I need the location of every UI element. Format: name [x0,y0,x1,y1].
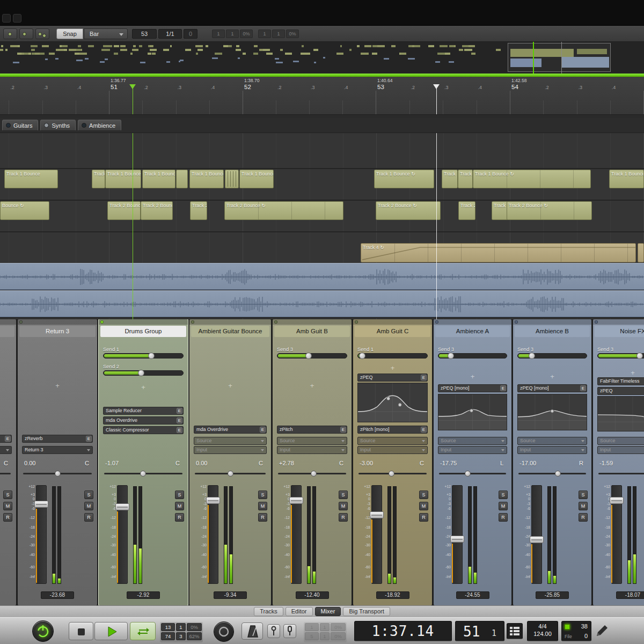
plugin-slot[interactable]: mda OverdriveE [194,426,267,434]
fader-cap[interactable] [115,503,129,510]
edit-pencil-icon[interactable] [595,624,609,638]
clip[interactable]: Track 2 Bounce ↻ [507,201,592,220]
plugin-slot[interactable]: zPitch [mono]E [357,426,428,434]
range-cell[interactable]: 1 [226,30,239,38]
pan-slider[interactable] [23,473,92,474]
loop-button[interactable] [130,622,156,640]
clip[interactable]: Bounce ↻ [0,201,49,220]
clip[interactable]: Track 1 Bounce [92,170,105,188]
arranger[interactable]: Track 1 BounceTrack 1 BounceTrack 1 Boun… [0,133,644,319]
channel-name[interactable]: Noise FX [595,326,644,337]
clip[interactable]: Track 1 Bounce [609,170,644,188]
play-button[interactable] [94,622,128,640]
tempo-display[interactable]: 4/4 124.00 [527,621,558,641]
pan-value[interactable]: -3.00 [360,460,373,466]
peak-readout[interactable]: -2.92 [127,591,160,599]
playback-tool-icon[interactable] [35,28,49,39]
plugin-slot[interactable]: Sample ReducerE [103,407,184,415]
track-group-tab-synths[interactable]: Synths [40,120,76,131]
playhead-time-display[interactable]: 1:37.14 [354,621,452,641]
io-select[interactable]: Source [438,437,507,445]
send-slider[interactable] [438,353,507,358]
add-plugin-button[interactable]: + [517,373,587,380]
channel-name[interactable]: Drums Group [100,326,186,337]
channel-strip[interactable]: Ambience ASend 3+zPEQ [mono]ESourceInput… [434,319,511,605]
panel-tab-mixer[interactable]: Mixer [315,607,341,616]
record-arm-button[interactable]: R [419,513,428,522]
fader-track[interactable] [117,485,128,584]
cursor-tool-icon[interactable] [3,28,17,39]
add-plugin-button[interactable]: + [22,382,93,390]
mute-button[interactable]: M [579,502,588,510]
add-plugin-button[interactable]: + [194,382,267,390]
plugin-slot[interactable]: zPEQ [mono]E [517,384,587,392]
send-slot[interactable]: Send 3 [517,346,587,362]
mute-button[interactable]: M [499,502,508,510]
io-select[interactable]: Input [277,446,347,454]
add-plugin-button[interactable]: + [103,384,184,391]
record-button[interactable] [214,621,234,642]
send-slider[interactable] [103,353,184,358]
solo-button[interactable]: S [175,491,184,499]
playhead-line[interactable] [436,133,437,319]
io-select[interactable] [0,446,12,454]
plugin-edit-button[interactable]: E [177,418,182,423]
plugin-edit-button[interactable]: E [421,427,427,433]
pan-slider[interactable] [104,473,182,474]
send-slot[interactable]: Send 1 [103,346,184,362]
minimap-viewport[interactable] [508,43,611,72]
send-knob[interactable] [636,353,643,359]
clip[interactable]: Track 2 Bounce [141,201,173,220]
pan-slider[interactable] [0,473,11,474]
peak-readout[interactable]: -18.07 [616,591,644,599]
mute-button[interactable]: M [175,502,184,510]
clip[interactable]: Track 1 Bounce [239,170,274,188]
power-button[interactable] [32,620,54,642]
track-group-tab-guitars[interactable]: Guitars [2,120,38,131]
send-slot[interactable]: Send 2 [103,363,184,379]
channel-name[interactable]: Ambience A [435,326,510,337]
record-arm-button[interactable]: R [84,513,93,522]
channel-strip[interactable]: Drums GroupSend 1Send 2+Sample ReducerEm… [99,319,188,605]
send-slider[interactable] [277,353,347,358]
mute-button[interactable]: M [339,502,348,510]
send-slider[interactable] [517,353,587,358]
pan-knob[interactable] [228,471,233,477]
send-knob[interactable] [359,353,365,359]
io-select[interactable]: Source [597,437,644,445]
channel-strip[interactable]: Amb Guit BSend 3+zPitchESourceInput+2.78… [273,319,352,605]
plugin-slot[interactable]: FabFilter TimelessE [597,377,644,385]
minimap-playhead[interactable] [533,42,534,74]
app-settings-icon[interactable] [13,14,21,23]
eq-curve-display[interactable] [597,396,644,431]
fader-track[interactable] [531,485,542,584]
send-slot[interactable]: Send 3 [277,346,347,362]
metronome-button[interactable] [241,623,263,640]
io-select[interactable]: Input [194,446,267,454]
range-cell[interactable]: 0% [286,30,299,38]
solo-button[interactable]: S [579,491,588,499]
eq-curve-display[interactable] [357,383,428,422]
fader-track[interactable] [452,485,463,584]
send-slider[interactable] [103,370,184,376]
record-arm-button[interactable]: R [499,513,508,522]
ghost-field[interactable]: 0 [184,29,197,39]
pan-value[interactable]: -17.75 [440,460,457,466]
length-field[interactable]: 1/1 [158,29,182,39]
clip[interactable]: Track 1 Bounce ↻ [374,170,434,188]
peak-readout[interactable]: -18.92 [376,591,409,599]
plugin-slot[interactable]: zPitchE [277,426,347,434]
io-select[interactable]: Source [357,437,428,445]
solo-button[interactable]: S [419,491,428,499]
plugin-slot[interactable]: zPEQ [mono]E [438,384,507,392]
solo-button[interactable]: S [339,491,348,499]
channel-strip[interactable]: Noise FXSend 3+FabFilter TimelessEzPEQES… [593,319,644,605]
snap-toggle[interactable]: Snap [56,28,83,39]
clip[interactable]: Track 2 Bounce ↻ [224,201,343,220]
send-slot[interactable]: Send 3 [438,346,507,362]
pan-value[interactable]: 0.00 [196,460,207,466]
midi-input-icon[interactable] [267,624,280,638]
channel-name[interactable] [0,326,14,337]
send-slot[interactable]: Send 1 [357,346,428,362]
channel-name[interactable]: Ambient Guitar Bounce [191,326,269,337]
